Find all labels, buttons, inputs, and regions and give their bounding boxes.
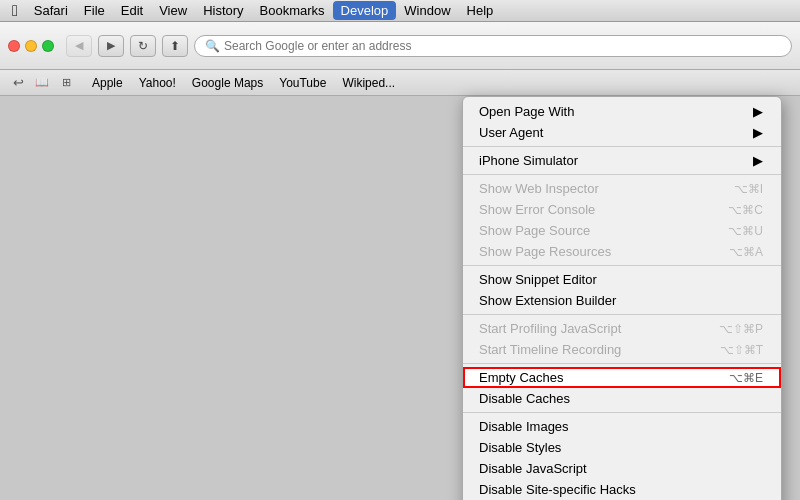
main-content: Open Page With ▶ User Agent ▶ iPhone Sim…: [0, 96, 800, 500]
menu-show-snippet-editor[interactable]: Show Snippet Editor: [463, 269, 781, 290]
forward-button[interactable]: ▶: [98, 35, 124, 57]
address-bar[interactable]: 🔍: [194, 35, 792, 57]
start-profiling-shortcut: ⌥⇧⌘P: [719, 322, 763, 336]
menu-iphone-simulator[interactable]: iPhone Simulator ▶: [463, 150, 781, 171]
iphone-simulator-label: iPhone Simulator: [479, 153, 578, 168]
menu-disable-javascript[interactable]: Disable JavaScript: [463, 458, 781, 479]
menu-show-page-source[interactable]: Show Page Source ⌥⌘U: [463, 220, 781, 241]
menu-show-error-console[interactable]: Show Error Console ⌥⌘C: [463, 199, 781, 220]
separator-4: [463, 314, 781, 315]
menu-show-web-inspector[interactable]: Show Web Inspector ⌥⌘I: [463, 178, 781, 199]
apple-menu[interactable]: : [4, 2, 26, 20]
empty-caches-label: Empty Caches: [479, 370, 564, 385]
menubar-develop[interactable]: Develop: [333, 1, 397, 20]
show-page-source-shortcut: ⌥⌘U: [728, 224, 763, 238]
show-snippet-editor-label: Show Snippet Editor: [479, 272, 597, 287]
menubar-edit[interactable]: Edit: [113, 1, 151, 20]
bookmark-icons: ↩ 📖 ⊞: [8, 74, 76, 92]
minimize-button[interactable]: [25, 40, 37, 52]
forward-icon: ▶: [107, 39, 115, 52]
menubar-view[interactable]: View: [151, 1, 195, 20]
show-page-source-label: Show Page Source: [479, 223, 590, 238]
show-page-resources-shortcut: ⌥⌘A: [729, 245, 763, 259]
back-icon: ◀: [75, 39, 83, 52]
show-extension-builder-label: Show Extension Builder: [479, 293, 616, 308]
disable-images-label: Disable Images: [479, 419, 569, 434]
menu-start-timeline[interactable]: Start Timeline Recording ⌥⇧⌘T: [463, 339, 781, 360]
menu-start-profiling[interactable]: Start Profiling JavaScript ⌥⇧⌘P: [463, 318, 781, 339]
grid-view-btn[interactable]: ⊞: [56, 74, 76, 92]
bookmark-apple[interactable]: Apple: [86, 75, 129, 91]
menubar-bookmarks[interactable]: Bookmarks: [252, 1, 333, 20]
menu-user-agent[interactable]: User Agent ▶: [463, 122, 781, 143]
start-profiling-label: Start Profiling JavaScript: [479, 321, 621, 336]
maximize-button[interactable]: [42, 40, 54, 52]
search-input[interactable]: [224, 39, 781, 53]
empty-caches-shortcut: ⌥⌘E: [729, 371, 763, 385]
menubar-help[interactable]: Help: [459, 1, 502, 20]
disable-javascript-label: Disable JavaScript: [479, 461, 587, 476]
open-page-with-arrow: ▶: [753, 104, 763, 119]
back-button[interactable]: ◀: [66, 35, 92, 57]
menu-empty-caches[interactable]: Empty Caches ⌥⌘E: [463, 367, 781, 388]
menu-disable-styles[interactable]: Disable Styles: [463, 437, 781, 458]
menu-disable-caches[interactable]: Disable Caches: [463, 388, 781, 409]
menubar-file[interactable]: File: [76, 1, 113, 20]
toolbar: ◀ ▶ ↻ ⬆ 🔍: [0, 22, 800, 70]
user-agent-arrow: ▶: [753, 125, 763, 140]
menu-bar:  Safari File Edit View History Bookmark…: [0, 0, 800, 22]
reload-button[interactable]: ↻: [130, 35, 156, 57]
develop-dropdown: Open Page With ▶ User Agent ▶ iPhone Sim…: [462, 96, 782, 500]
bookmarks-bar: ↩ 📖 ⊞ Apple Yahoo! Google Maps YouTube W…: [0, 70, 800, 96]
history-icon-btn[interactable]: ↩: [8, 74, 28, 92]
menubar-history[interactable]: History: [195, 1, 251, 20]
separator-2: [463, 174, 781, 175]
show-web-inspector-label: Show Web Inspector: [479, 181, 599, 196]
reading-list-btn[interactable]: 📖: [32, 74, 52, 92]
close-button[interactable]: [8, 40, 20, 52]
disable-caches-label: Disable Caches: [479, 391, 570, 406]
open-page-with-label: Open Page With: [479, 104, 574, 119]
show-page-resources-label: Show Page Resources: [479, 244, 611, 259]
menu-open-page-with[interactable]: Open Page With ▶: [463, 101, 781, 122]
search-icon: 🔍: [205, 39, 220, 53]
traffic-lights: [8, 40, 54, 52]
bookmark-yahoo[interactable]: Yahoo!: [133, 75, 182, 91]
menu-disable-site-hacks[interactable]: Disable Site-specific Hacks: [463, 479, 781, 500]
menu-show-extension-builder[interactable]: Show Extension Builder: [463, 290, 781, 311]
separator-3: [463, 265, 781, 266]
separator-1: [463, 146, 781, 147]
bookmark-youtube[interactable]: YouTube: [273, 75, 332, 91]
disable-styles-label: Disable Styles: [479, 440, 561, 455]
separator-6: [463, 412, 781, 413]
share-icon: ⬆: [170, 39, 180, 53]
show-error-console-label: Show Error Console: [479, 202, 595, 217]
disable-site-hacks-label: Disable Site-specific Hacks: [479, 482, 636, 497]
show-error-console-shortcut: ⌥⌘C: [728, 203, 763, 217]
bookmark-googlemaps[interactable]: Google Maps: [186, 75, 269, 91]
reload-icon: ↻: [138, 39, 148, 53]
iphone-simulator-arrow: ▶: [753, 153, 763, 168]
user-agent-label: User Agent: [479, 125, 543, 140]
start-timeline-label: Start Timeline Recording: [479, 342, 621, 357]
start-timeline-shortcut: ⌥⇧⌘T: [720, 343, 763, 357]
menubar-safari[interactable]: Safari: [26, 1, 76, 20]
show-web-inspector-shortcut: ⌥⌘I: [734, 182, 763, 196]
separator-5: [463, 363, 781, 364]
menu-disable-images[interactable]: Disable Images: [463, 416, 781, 437]
bookmark-wikipedia[interactable]: Wikiped...: [336, 75, 401, 91]
menubar-window[interactable]: Window: [396, 1, 458, 20]
menu-show-page-resources[interactable]: Show Page Resources ⌥⌘A: [463, 241, 781, 262]
share-button[interactable]: ⬆: [162, 35, 188, 57]
